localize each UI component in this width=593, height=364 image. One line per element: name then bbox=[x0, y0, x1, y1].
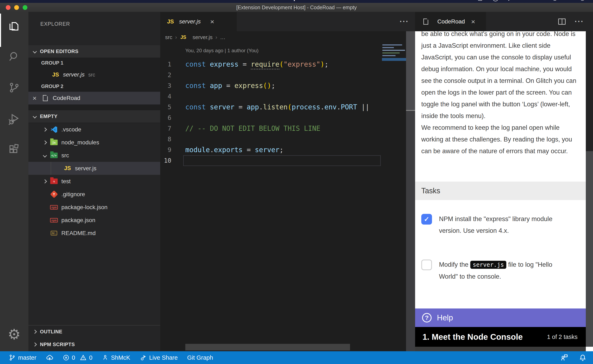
live-share-item[interactable]: Live Share bbox=[136, 351, 181, 364]
code-line-9[interactable]: 9module.exports = server; bbox=[160, 145, 382, 155]
close-tab-icon[interactable]: × bbox=[210, 18, 214, 26]
open-editor-label: server.js bbox=[63, 71, 85, 78]
bell-icon[interactable] bbox=[579, 353, 587, 362]
tree-item-test[interactable]: ⚗test bbox=[28, 175, 160, 188]
tree-item-src[interactable]: </>src bbox=[28, 149, 160, 162]
folder-empty-header[interactable]: EMPTY bbox=[28, 110, 160, 123]
minimap-current-line bbox=[382, 58, 406, 61]
tree-item--vscode[interactable]: .vscode bbox=[28, 123, 160, 136]
chevron-down-icon bbox=[33, 114, 37, 118]
task-text: NPM install the "express" library module… bbox=[439, 213, 571, 236]
task-checkbox-unchecked[interactable] bbox=[421, 260, 432, 270]
folder-empty-label: EMPTY bbox=[40, 114, 57, 119]
tree-item-node-modules[interactable]: jsnode_modules bbox=[28, 136, 160, 149]
line-number: 5 bbox=[160, 102, 171, 112]
explorer-title: EXPLORER bbox=[40, 21, 70, 27]
shield-icon: ◯ bbox=[493, 0, 499, 1]
lesson-progress: 1 of 2 tasks bbox=[547, 334, 578, 340]
cloud-upload-icon bbox=[46, 354, 53, 361]
menu-item[interactable]: ⌘ bbox=[20, 0, 26, 1]
outline-header[interactable]: OUTLINE bbox=[28, 325, 160, 338]
explorer-icon[interactable] bbox=[0, 15, 28, 38]
tree-item-package-lock-json[interactable]: npmpackage-lock.json bbox=[28, 201, 160, 214]
menu-item[interactable]: File bbox=[65, 0, 74, 1]
editor-group-2-label: GROUP 2 bbox=[28, 81, 160, 92]
code-token: exports bbox=[214, 146, 243, 154]
line-number: 1 bbox=[160, 59, 171, 70]
breadcrumb-symbol[interactable]: … bbox=[220, 34, 226, 40]
menu-item[interactable]: Selection bbox=[109, 0, 135, 1]
lesson-footer[interactable]: 1. Meet the Node Console 1 of 2 tasks bbox=[415, 327, 586, 347]
siri-icon: ◉ bbox=[580, 0, 585, 1]
code-line-8[interactable]: 8 bbox=[160, 134, 382, 145]
open-editor-coderoad[interactable]: × CodeRoad bbox=[28, 92, 160, 104]
split-editor-icon[interactable] bbox=[558, 19, 566, 25]
close-tab-icon[interactable]: × bbox=[471, 18, 475, 26]
horizontal-scrollbar[interactable] bbox=[185, 344, 350, 351]
tree-item-readme-md[interactable]: M↓README.md bbox=[28, 227, 160, 240]
code-line-4[interactable]: 4 bbox=[160, 91, 382, 102]
tree-item--gitignore[interactable]: Y.gitignore bbox=[28, 188, 160, 201]
feedback-icon[interactable] bbox=[560, 353, 568, 362]
code-token: module bbox=[185, 146, 210, 154]
breadcrumb-src[interactable]: src bbox=[165, 34, 172, 40]
user-name: ShMcK bbox=[111, 354, 130, 361]
menu-item[interactable]: Code bbox=[38, 0, 53, 1]
clock-icon: ◷ bbox=[553, 0, 557, 1]
inline-code: server.js bbox=[470, 261, 506, 269]
more-actions-icon[interactable]: ··· bbox=[575, 17, 584, 26]
task-text: Modify the server.js file to log "Hello … bbox=[439, 259, 571, 282]
tab-coderoad[interactable]: CodeRoad × bbox=[415, 12, 486, 31]
branch-icon bbox=[9, 354, 16, 361]
menu-item[interactable]: View bbox=[147, 0, 160, 1]
folder-test-icon: ⚗ bbox=[49, 177, 59, 186]
npm-scripts-header[interactable]: NPM SCRIPTS bbox=[28, 338, 160, 351]
open-editor-server-js[interactable]: JS server.js src bbox=[28, 68, 160, 81]
tree-item-label: package.json bbox=[61, 217, 95, 224]
git-graph-item[interactable]: Git Graph bbox=[184, 351, 216, 364]
menu-item[interactable]: Help bbox=[285, 0, 297, 1]
sync-changes-item[interactable] bbox=[43, 351, 57, 364]
user-account-item[interactable]: ShMcK bbox=[99, 351, 133, 364]
problems-item[interactable]: 0 0 bbox=[60, 351, 96, 364]
source-control-icon[interactable] bbox=[0, 76, 28, 99]
close-icon[interactable]: × bbox=[28, 94, 41, 102]
code-line-2[interactable]: 2 bbox=[160, 70, 382, 80]
menu-item[interactable]: Edit bbox=[87, 0, 97, 1]
code-line-7[interactable]: 7// -- DO NOT EDIT BELOW THIS LINE bbox=[160, 123, 382, 134]
run-debug-icon[interactable] bbox=[0, 108, 28, 130]
settings-gear-icon[interactable]: ⚙ bbox=[0, 327, 28, 342]
codelens-annotation[interactable]: You, 20 days ago | 1 author (You) bbox=[185, 48, 258, 53]
tree-item-server-js[interactable]: JSserver.js bbox=[28, 162, 160, 175]
breadcrumb-file[interactable]: server.js bbox=[193, 34, 213, 40]
open-editors-header[interactable]: OPEN EDITORS bbox=[28, 45, 160, 58]
macos-menu-bar: ⌘CodeFileEditSelectionViewGoRunTerminalW… bbox=[0, 0, 593, 3]
chevron-down-icon bbox=[43, 153, 47, 157]
help-bar[interactable]: ? Help bbox=[415, 308, 586, 327]
search-icon[interactable] bbox=[0, 45, 28, 68]
code-token: = bbox=[222, 82, 234, 90]
code-line-5[interactable]: 5const server = app.listen(process.env.P… bbox=[160, 102, 382, 112]
code-token: ; bbox=[271, 82, 275, 90]
js-file-icon: JS bbox=[51, 71, 60, 79]
editor-scrollbar[interactable] bbox=[406, 31, 415, 351]
menu-item[interactable]: Run bbox=[192, 0, 203, 1]
code-area[interactable]: 1const express = require("express");23co… bbox=[160, 59, 382, 166]
code-line-6[interactable]: 6 bbox=[160, 112, 382, 123]
code-line-3[interactable]: 3const app = express(); bbox=[160, 80, 382, 91]
task-checkbox-checked[interactable]: ✓ bbox=[421, 214, 432, 225]
tab-server-js[interactable]: JS server.js × bbox=[160, 12, 237, 31]
menu-item[interactable]: Terminal bbox=[215, 0, 239, 1]
breadcrumb[interactable]: src › JS server.js › … bbox=[165, 31, 226, 43]
webview-scrollbar[interactable] bbox=[586, 31, 593, 351]
code-line-10[interactable]: 10 bbox=[160, 155, 382, 166]
git-branch-item[interactable]: master bbox=[5, 351, 40, 364]
menu-item[interactable]: Go bbox=[172, 0, 180, 1]
vscode-icon bbox=[49, 125, 59, 134]
minimap[interactable] bbox=[382, 24, 406, 139]
extensions-icon[interactable] bbox=[0, 139, 28, 161]
code-line-1[interactable]: 1const express = require("express"); bbox=[160, 59, 382, 70]
tree-item-package-json[interactable]: npmpackage.json bbox=[28, 214, 160, 227]
outline-label: OUTLINE bbox=[40, 329, 62, 335]
menu-item[interactable]: Window bbox=[251, 0, 273, 1]
